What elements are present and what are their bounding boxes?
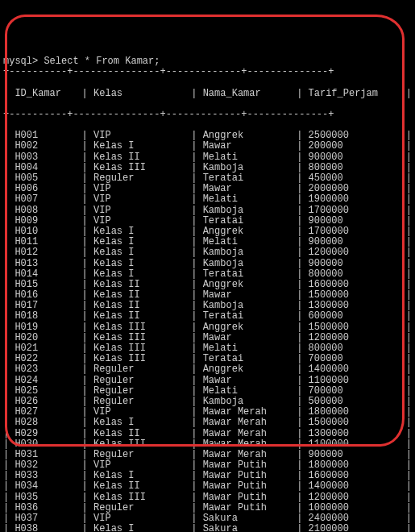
- table-border-top: +----------+---------------+------------…: [3, 67, 412, 77]
- cell-nama: Teratai: [203, 311, 291, 322]
- cell-nama: Teratai: [203, 216, 291, 227]
- cell-nama: Mawar: [203, 376, 291, 386]
- sql-prompt: mysql> Select * From Kamar;: [3, 56, 160, 67]
- cell-nama: Anggrek: [203, 364, 291, 375]
- cell-nama: Sakura: [203, 524, 291, 532]
- table-row: | H029 | Kelas II | Mawar Merah | 130000…: [3, 429, 412, 439]
- cell-nama: Melati: [203, 152, 291, 163]
- cell-id: H019: [15, 322, 76, 333]
- cell-tarif: 1500000: [309, 418, 400, 428]
- cell-id: H014: [15, 269, 76, 280]
- cell-nama: Kamboja: [203, 259, 291, 269]
- cell-tarif: 900000: [309, 259, 400, 269]
- cell-kelas: Reguler: [93, 364, 185, 375]
- cell-nama: Anggrek: [203, 322, 291, 333]
- cell-id: H018: [15, 311, 76, 322]
- cell-kelas: Kelas II: [93, 481, 185, 492]
- cell-tarif: 1700000: [309, 206, 400, 216]
- table-row: | H023 | Reguler | Anggrek | 1400000 |: [3, 364, 412, 375]
- cell-tarif: 1900000: [309, 194, 400, 205]
- cell-kelas: Kelas III: [93, 493, 185, 503]
- cell-kelas: VIP: [93, 194, 185, 205]
- table-row: | H003 | Kelas II | Melati | 900000 |: [3, 152, 412, 163]
- cell-tarif: 1400000: [309, 481, 400, 492]
- cell-id: H012: [15, 247, 76, 258]
- table-border-mid: +----------+---------------+------------…: [3, 110, 412, 120]
- table-row: | H012 | Kelas I | Kamboja | 1200000 |: [3, 247, 412, 258]
- cell-nama: Mawar Merah: [203, 418, 291, 428]
- cell-id: H025: [15, 386, 76, 397]
- cell-nama: Mawar Merah: [203, 439, 291, 450]
- cell-tarif: 900000: [309, 216, 400, 227]
- cell-nama: Melati: [203, 194, 291, 205]
- cell-tarif: 2100000: [309, 524, 400, 532]
- table-row: | H009 | VIP | Teratai | 900000 |: [3, 216, 412, 227]
- cell-kelas: Kelas III: [93, 322, 185, 333]
- cell-kelas: Kelas I: [93, 269, 185, 280]
- table-row: | H018 | Kelas II | Teratai | 600000 |: [3, 311, 412, 322]
- table-row: | H025 | Reguler | Melati | 700000 |: [3, 386, 412, 397]
- cell-tarif: 1400000: [309, 364, 400, 375]
- cell-tarif: 200000: [309, 141, 400, 152]
- cell-nama: Mawar: [203, 141, 291, 152]
- cell-tarif: 1500000: [309, 322, 400, 333]
- cell-nama: Melati: [203, 386, 291, 397]
- cell-id: H035: [15, 493, 76, 503]
- cell-id: H030: [15, 439, 76, 450]
- table-row: | H034 | Kelas II | Mawar Putih | 140000…: [3, 481, 412, 492]
- cell-kelas: Kelas III: [93, 439, 185, 450]
- table-header-row: | ID_Kamar | Kelas | Nama_Kamar | Tarif_…: [3, 89, 412, 99]
- cell-kelas: Kelas I: [93, 524, 185, 532]
- table-row: | H013 | Kelas I | Kamboja | 900000 |: [3, 259, 412, 269]
- cell-id: H029: [15, 429, 76, 439]
- cell-tarif: 600000: [309, 311, 400, 322]
- cell-id: H034: [15, 481, 76, 492]
- table-row: | H030 | Kelas III | Mawar Merah | 11000…: [3, 439, 412, 450]
- cell-tarif: 800000: [309, 269, 400, 280]
- cell-kelas: Kelas II: [93, 429, 185, 439]
- cell-nama: Mawar Merah: [203, 429, 291, 439]
- cell-tarif: 1300000: [309, 429, 400, 439]
- table-row: | H007 | VIP | Melati | 1900000 |: [3, 194, 412, 205]
- cell-tarif: 1200000: [309, 247, 400, 258]
- cell-tarif: 900000: [309, 152, 400, 163]
- cell-nama: Kamboja: [203, 247, 291, 258]
- cell-id: H003: [15, 152, 76, 163]
- col-tarif: Tarif_Perjam: [309, 89, 400, 99]
- cell-kelas: VIP: [93, 206, 185, 216]
- col-nama: Nama_Kamar: [203, 89, 291, 99]
- cell-id: H038: [15, 524, 76, 532]
- cell-kelas: Kelas I: [93, 141, 185, 152]
- table-row: | H035 | Kelas III | Mawar Putih | 12000…: [3, 493, 412, 503]
- cell-kelas: Kelas II: [93, 311, 185, 322]
- table-body: | H001 | VIP | Anggrek | 2500000 || H002…: [3, 131, 412, 532]
- table-row: | H019 | Kelas III | Anggrek | 1500000 |: [3, 322, 412, 333]
- cell-kelas: Kelas I: [93, 418, 185, 428]
- cell-kelas: Kelas I: [93, 247, 185, 258]
- cell-nama: Kamboja: [203, 206, 291, 216]
- cell-nama: Mawar Putih: [203, 493, 291, 503]
- cell-kelas: VIP: [93, 216, 185, 227]
- cell-id: H013: [15, 259, 76, 269]
- table-row: | H024 | Reguler | Mawar | 1100000 |: [3, 376, 412, 386]
- col-id: ID_Kamar: [15, 89, 76, 99]
- cell-tarif: 1200000: [309, 493, 400, 503]
- cell-kelas: Reguler: [93, 376, 185, 386]
- cell-tarif: 1100000: [309, 439, 400, 450]
- cell-tarif: 1100000: [309, 376, 400, 386]
- cell-kelas: Reguler: [93, 386, 185, 397]
- cell-nama: Mawar Putih: [203, 481, 291, 492]
- terminal-output: mysql> Select * From Kamar; +----------+…: [3, 46, 412, 532]
- table-row: | H038 | Kelas I | Sakura | 2100000 |: [3, 524, 412, 532]
- cell-id: H023: [15, 364, 76, 375]
- col-kelas: Kelas: [93, 89, 185, 99]
- cell-id: H008: [15, 206, 76, 216]
- table-row: | H014 | Kelas I | Teratai | 800000 |: [3, 269, 412, 280]
- table-row: | H008 | VIP | Kamboja | 1700000 |: [3, 206, 412, 216]
- table-row: | H002 | Kelas I | Mawar | 200000 |: [3, 141, 412, 152]
- cell-kelas: Kelas I: [93, 259, 185, 269]
- cell-id: H024: [15, 376, 76, 386]
- cell-id: H009: [15, 216, 76, 227]
- cell-nama: Teratai: [203, 269, 291, 280]
- cell-kelas: Kelas II: [93, 152, 185, 163]
